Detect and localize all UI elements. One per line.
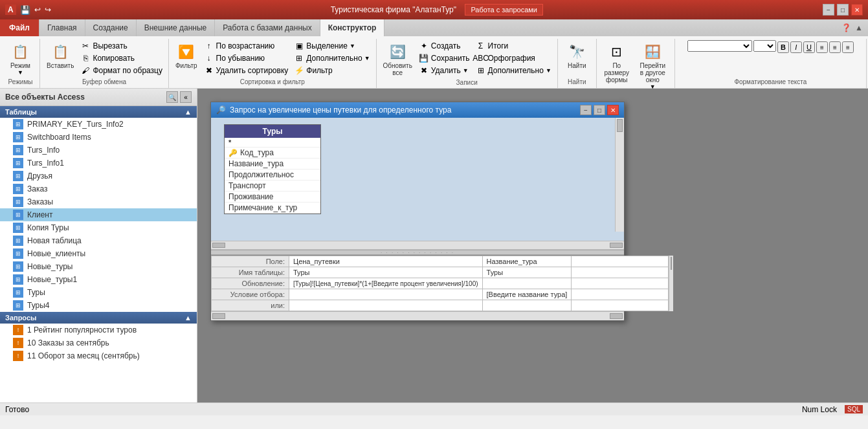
tab-database[interactable]: Работа с базами данных [215, 19, 320, 36]
table-field-kod[interactable]: 🔑 Код_тура [225, 148, 320, 159]
underline-button[interactable]: U [803, 41, 815, 53]
save-record-button[interactable]: 💾 Сохранить [417, 52, 472, 64]
nav-item-klient-label: Клиент [27, 210, 53, 219]
nav-item-query2[interactable]: ! 10 Заказы за сентябрь [0, 336, 197, 349]
toggle-filter-button[interactable]: ⚡ Фильтр [292, 65, 372, 76]
table-field-name[interactable]: Название_тура [225, 159, 320, 170]
nav-item-new-clients[interactable]: ⊞ Новые_клиенты [0, 247, 197, 260]
grid-cell-update-1[interactable]: [Туры]![Цена_путевки]*(1+[Введите процен… [289, 278, 483, 289]
remove-sort-button[interactable]: ✖ Удалить сортировку [202, 65, 291, 76]
grid-cell-table-empty[interactable] [572, 267, 669, 278]
grid-cell-condition-1[interactable] [289, 289, 483, 300]
nav-item-query3[interactable]: ! 11 Оборот за месяц (сентябрь) [0, 349, 197, 362]
paste-button[interactable]: 📋 Вставить [44, 40, 76, 71]
queries-section-header[interactable]: Запросы ▲ [0, 312, 197, 324]
size-select[interactable] [753, 40, 776, 52]
design-hscrollbar[interactable] [211, 241, 624, 250]
grid-cell-condition-2[interactable]: [Введите название тура] [482, 289, 572, 300]
nav-item-zakazy[interactable]: ⊞ Заказы [0, 195, 197, 208]
font-select[interactable] [687, 40, 752, 52]
table-field-duration[interactable]: Продолжительнос [225, 170, 320, 181]
cut-button[interactable]: ✂ Вырезать [78, 40, 164, 52]
tab-home[interactable]: Главная [39, 19, 85, 36]
close-button[interactable]: ✕ [851, 4, 863, 16]
align-center-button[interactable]: ≡ [829, 41, 841, 53]
delete-record-button[interactable]: ✖ Удалить ▼ [417, 65, 472, 76]
italic-button[interactable]: I [790, 41, 802, 53]
query-maximize-button[interactable]: □ [594, 105, 605, 115]
additional-button[interactable]: ⊞ Дополнительно ▼ [292, 52, 372, 64]
nav-item-zakaz[interactable]: ⊞ Заказ [0, 182, 197, 195]
sort-asc-button[interactable]: ↑ По возрастанию [202, 40, 291, 52]
grid-cell-update-2[interactable] [482, 278, 572, 289]
nav-item-primary-key[interactable]: ⊞ PRIMARY_KEY_Turs_Info2 [0, 118, 197, 131]
sql-button[interactable]: SQL [845, 405, 863, 413]
nav-item-new-tours1[interactable]: ⊞ Новые_туры1 [0, 273, 197, 286]
nav-item-new-table[interactable]: ⊞ Новая таблица [0, 234, 197, 247]
grid-cell-or-2[interactable] [482, 300, 572, 311]
filter-button[interactable]: 🔽 Фильтр [173, 40, 200, 71]
grid-cell-condition-empty[interactable] [572, 289, 669, 300]
mode-button[interactable]: 📋 Режим ▼ [8, 40, 34, 77]
help-icon[interactable]: ❓ [841, 23, 851, 32]
refresh-button[interactable]: 🔄 Обновитьвсе [381, 40, 415, 78]
quick-redo[interactable]: ↪ [45, 5, 51, 14]
create-record-button[interactable]: ✦ Создать [417, 40, 472, 52]
nav-search-button[interactable]: 🔍 [166, 91, 178, 103]
table-field-all[interactable]: * [225, 138, 320, 148]
grid-cell-or-empty[interactable] [572, 300, 669, 311]
query-close-button[interactable]: ✕ [607, 105, 619, 115]
nav-item-query1[interactable]: ! 1 Рейтинг популярности туров [0, 324, 197, 336]
grid-cell-field-2[interactable]: Название_тура [482, 256, 572, 267]
nav-item-tury[interactable]: ⊞ Туры [0, 286, 197, 299]
align-right-button[interactable]: ≡ [842, 41, 854, 53]
minimize-button[interactable]: − [823, 4, 834, 16]
nav-item-kopiya-tury[interactable]: ⊞ Копия Туры [0, 221, 197, 234]
align-left-button[interactable]: ≡ [816, 41, 828, 53]
collapse-icon[interactable]: ▲ [855, 23, 863, 32]
table-field-stay[interactable]: Проживание [225, 192, 320, 203]
find-button[interactable]: 🔭 Найти [564, 40, 590, 71]
spell-button[interactable]: ABC Орфография [474, 52, 553, 64]
grid-cell-field-empty[interactable] [572, 256, 669, 267]
grid-vscrollbar[interactable] [669, 256, 673, 311]
table-field-notes[interactable]: Примечание_к_тур [225, 203, 320, 214]
grid-cell-or-1[interactable] [289, 300, 483, 311]
query-minimize-button[interactable]: − [580, 105, 592, 115]
nav-item-turs-info[interactable]: ⊞ Turs_Info [0, 144, 197, 157]
tab-create[interactable]: Создание [85, 19, 137, 36]
grid-cell-table-1[interactable]: Туры [289, 267, 483, 278]
tab-external[interactable]: Внешние данные [137, 19, 216, 36]
quick-save[interactable]: 💾 [20, 5, 30, 15]
switch-window-button[interactable]: 🪟 Перейти в другое окно ▼ [635, 40, 671, 91]
totals-button[interactable]: Σ Итоги [474, 40, 553, 52]
nav-item-new-tours[interactable]: ⊞ Новые_туры [0, 260, 197, 273]
bold-button[interactable]: B [777, 41, 789, 53]
sort-desc-button[interactable]: ↓ По убыванию [202, 52, 291, 64]
grid-cell-table-2[interactable]: Туры [482, 267, 572, 278]
copy-button[interactable]: ⎘ Копировать [78, 52, 164, 64]
nav-item-tury4[interactable]: ⊞ Туры4 [0, 299, 197, 312]
more-button[interactable]: ⊞ Дополнительно ▼ [474, 65, 553, 76]
nav-item-klient[interactable]: ⊞ Клиент [0, 208, 197, 221]
format-button[interactable]: 🖌 Формат по образцу [78, 65, 164, 76]
queries-section-toggle[interactable]: ▲ [184, 314, 192, 322]
selection-button[interactable]: ▣ Выделение ▼ [292, 40, 372, 52]
resize-form-button[interactable]: ⊡ По размеру формы [601, 40, 633, 85]
nav-collapse-button[interactable]: « [180, 91, 192, 103]
grid-cell-field-1[interactable]: Цена_путевки [289, 256, 483, 267]
table-field-transport[interactable]: Транспорт [225, 181, 320, 192]
nav-item-switchboard[interactable]: ⊞ Switchboard Items [0, 131, 197, 144]
grid-cell-update-empty[interactable] [572, 278, 669, 289]
resize-handle[interactable]: · · · · · · · · · · · · · · [211, 250, 624, 255]
maximize-button[interactable]: □ [837, 4, 849, 16]
tab-constructor[interactable]: Конструктор [320, 19, 385, 36]
tables-section-toggle[interactable]: ▲ [184, 108, 192, 116]
nav-item-druzya[interactable]: ⊞ Друзья [0, 170, 197, 182]
tables-section-header[interactable]: Таблицы ▲ [0, 106, 197, 118]
design-vscrollbar[interactable] [615, 118, 624, 232]
grid-hscrollbar[interactable] [211, 311, 624, 320]
nav-item-turs-info1[interactable]: ⊞ Turs_Info1 [0, 157, 197, 170]
tab-file[interactable]: Файл [0, 19, 39, 36]
quick-undo[interactable]: ↩ [34, 5, 41, 14]
